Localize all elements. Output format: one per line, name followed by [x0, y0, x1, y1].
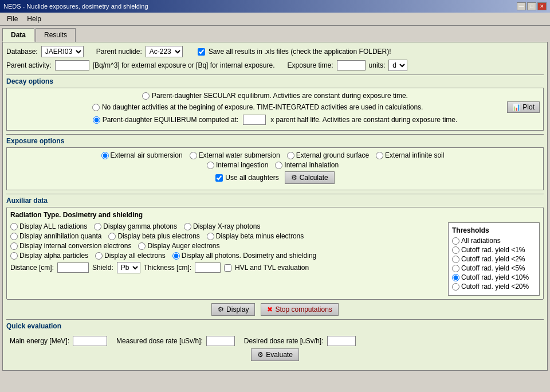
calculate-gear-icon: [291, 174, 297, 182]
measured-dose-input[interactable]: 2.2: [206, 336, 235, 346]
desired-dose-input[interactable]: 0.2: [327, 336, 356, 346]
save-results-checkbox[interactable]: [198, 48, 205, 56]
equilibrum-value-input[interactable]: 10: [243, 115, 266, 125]
decay-radio2[interactable]: [92, 104, 100, 111]
rad-xray-radio[interactable]: [184, 223, 191, 230]
exposure-ext-air-label: External air submersion: [111, 151, 183, 159]
display-button[interactable]: Display: [211, 303, 255, 316]
parent-nuclide-label: Parent nuclide:: [96, 48, 142, 56]
database-label: Database:: [6, 48, 38, 56]
exposure-row2: Internal ingestion Internal inhalation: [10, 161, 540, 169]
thresh-1pct-radio[interactable]: [452, 246, 459, 254]
save-results-label: Save all results in .xls files (check th…: [209, 48, 391, 56]
rad-all-electrons-radio[interactable]: [95, 252, 103, 260]
plot-icon: 📊: [512, 103, 521, 111]
thresh-20pct-radio[interactable]: [452, 283, 459, 291]
calculate-button[interactable]: Calculate: [285, 171, 335, 184]
exposure-ext-air-radio[interactable]: [101, 152, 109, 159]
menu-item-help[interactable]: Help: [22, 14, 46, 24]
thickness-label: Thickness [cm]:: [144, 264, 191, 272]
close-button[interactable]: ✕: [537, 2, 547, 10]
thresh-all-radio[interactable]: [452, 237, 459, 245]
plot-button[interactable]: 📊 Plot: [507, 101, 540, 113]
title-bar: NEDS - Nuclide exposures, dosimetry and …: [0, 0, 550, 13]
maximize-button[interactable]: □: [527, 2, 536, 10]
distance-label: Distance [cm]:: [10, 264, 54, 272]
radiation-thresholds-row: Display ALL radiations Display gamma pho…: [10, 222, 540, 296]
use-all-daughters-row: Use all daughters: [215, 174, 278, 182]
distance-input[interactable]: 100.0: [57, 262, 89, 273]
thresh-10pct-label: Cutoff rad. yield <10%: [461, 273, 529, 281]
rad-all-radio[interactable]: [10, 223, 18, 230]
parent-nuclide-select[interactable]: Ac-223: [146, 46, 183, 57]
decay-radio3[interactable]: [93, 116, 100, 124]
desired-dose-label: Desired dose rate [uSv/h]:: [244, 337, 324, 345]
rad-all-label: Display ALL radiations: [19, 222, 87, 230]
title-bar-text: NEDS - Nuclide exposures, dosimetry and …: [3, 3, 148, 10]
thresh-5pct-label: Cutoff rad. yield <5%: [461, 264, 525, 272]
thresh-5pct-radio[interactable]: [452, 265, 459, 272]
exposure-ext-water-radio[interactable]: [190, 152, 197, 159]
quick-eval-box: Main energy [MeV]: 0.125 Measured dose r…: [6, 332, 544, 367]
tab-data[interactable]: Data: [2, 28, 34, 42]
units-select[interactable]: d: [388, 60, 407, 71]
parent-activity-input[interactable]: 400: [55, 60, 89, 70]
exposure-int-ing-radio[interactable]: [207, 162, 214, 169]
stop-computations-button[interactable]: Stop computations: [261, 303, 338, 316]
thresh-10pct-radio[interactable]: [452, 274, 459, 281]
rad-gamma: Display gamma photons: [94, 222, 177, 230]
rad-annihilation-radio[interactable]: [10, 233, 18, 240]
decay-radio1-row: Parent-daughter SECULAR equilibrum. Acti…: [10, 92, 540, 100]
exposure-row1: External air submersion External water s…: [10, 151, 540, 159]
evaluate-button[interactable]: Evaluate: [251, 348, 299, 361]
exposure-radio-int-ing: Internal ingestion: [207, 161, 268, 169]
rad-all: Display ALL radiations: [10, 222, 87, 230]
rad-beta-plus-radio[interactable]: [108, 233, 116, 240]
rad-beta-minus-radio[interactable]: [207, 233, 214, 240]
exposure-ext-ground-radio[interactable]: [287, 152, 294, 159]
decay-radio2-row: No daughter activities at the begining o…: [10, 101, 540, 113]
rad-all-photons-radio[interactable]: [172, 252, 180, 260]
main-energy-input[interactable]: 0.125: [73, 336, 107, 346]
display-gear-icon: [218, 305, 224, 313]
decay-radio1[interactable]: [142, 92, 150, 100]
use-all-daughters-checkbox[interactable]: [215, 174, 223, 182]
minimize-button[interactable]: —: [517, 2, 526, 10]
exposure-int-inh-radio[interactable]: [275, 162, 282, 169]
thresh-5pct: Cutoff rad. yield <5%: [452, 264, 531, 272]
menu-item-file[interactable]: File: [2, 14, 22, 24]
rad-alpha-radio[interactable]: [10, 252, 18, 260]
rad-auger-radio[interactable]: [138, 242, 146, 250]
hvl-checkbox[interactable]: [224, 264, 231, 272]
parent-activity-label: Parent activity:: [6, 61, 52, 69]
exposure-options-header: Exposure options: [6, 134, 544, 145]
evaluate-gear-icon: [257, 351, 264, 359]
thresh-2pct-label: Cutoff rad. yield <2%: [461, 255, 525, 263]
thresh-2pct-radio[interactable]: [452, 256, 459, 263]
decay-radio3-label: Parent-daughter EQUILIBRUM computed at:: [103, 116, 238, 124]
rad-annihilation: Display annihilation quanta: [10, 232, 101, 240]
rad-alpha-label: Display alpha particles: [19, 252, 88, 260]
action-buttons-row: Display Stop computations: [6, 303, 544, 316]
thresh-all-rad: All radiations: [452, 237, 531, 245]
exposure-ext-soil-radio[interactable]: [376, 152, 383, 159]
activity-unit-label: [Bq/m^3] for external exposure or [Bq] f…: [93, 61, 275, 69]
rad-gamma-radio[interactable]: [94, 223, 101, 230]
quick-eval-header: Quick evaluation: [6, 319, 544, 330]
activity-row: Parent activity: 400 [Bq/m^3] for extern…: [6, 60, 544, 71]
thresh-1pct-label: Cutoff rad. yield <1%: [461, 246, 525, 254]
thresh-2pct: Cutoff rad. yield <2%: [452, 255, 531, 263]
database-select[interactable]: JAERI03: [41, 46, 84, 57]
rad-annihilation-label: Display annihilation quanta: [19, 232, 101, 240]
exposure-ext-ground-label: External ground surface: [296, 151, 369, 159]
rad-all-electrons-label: Display all electrons: [104, 252, 166, 260]
rad-int-conv: Display internal conversion electrons: [10, 242, 131, 250]
rad-int-conv-radio[interactable]: [10, 242, 18, 250]
hvl-label: HVL and TVL evaluation: [235, 264, 309, 272]
exposure-time-input[interactable]: 180: [337, 60, 366, 70]
shield-select[interactable]: Pb: [117, 262, 140, 273]
tab-results[interactable]: Results: [36, 28, 76, 42]
title-bar-buttons: — □ ✕: [517, 2, 547, 10]
thickness-input[interactable]: 0.3: [195, 262, 221, 273]
distance-shield-row: Distance [cm]: 100.0 Shield: Pb Thicknes…: [10, 262, 443, 273]
